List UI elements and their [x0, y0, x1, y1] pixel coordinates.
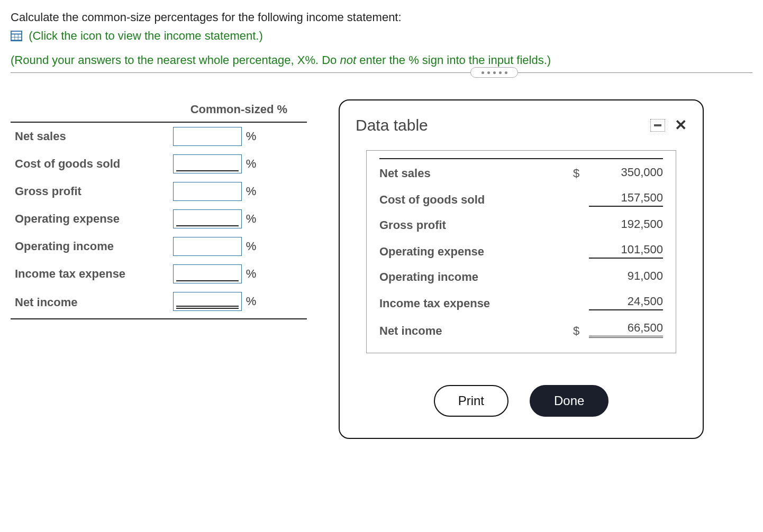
data-row-value: 192,500	[589, 217, 663, 232]
data-row-label: Operating income	[379, 270, 573, 284]
percent-sign: %	[246, 295, 257, 308]
answer-row-label: Gross profit	[11, 178, 171, 205]
answer-table-header: Common-sized %	[171, 99, 307, 122]
data-row-value: 157,500	[589, 191, 663, 207]
data-row: Gross profit192,500	[379, 212, 663, 237]
data-row-label: Cost of goods sold	[379, 193, 573, 207]
icon-hint-text[interactable]: (Click the icon to view the income state…	[29, 29, 263, 42]
data-row-value: 101,500	[589, 243, 663, 259]
data-row-label: Income tax expense	[379, 297, 573, 310]
data-row-label: Net income	[379, 324, 573, 338]
percent-input[interactable]	[173, 182, 242, 201]
section-divider	[11, 72, 752, 73]
data-row-value: 91,000	[589, 269, 663, 284]
data-row-value: 350,000	[589, 166, 663, 180]
currency-symbol: $	[573, 167, 589, 180]
close-icon[interactable]: ✕	[675, 118, 687, 133]
percent-sign: %	[246, 130, 257, 143]
data-row: Operating expense101,500	[379, 237, 663, 264]
answer-row-label: Operating expense	[11, 205, 171, 233]
data-row-label: Gross profit	[379, 218, 573, 232]
answer-row-label: Operating income	[11, 233, 171, 260]
answer-row-label: Net sales	[11, 122, 171, 150]
drag-handle-icon[interactable]	[470, 67, 518, 78]
data-row: Net income$66,500	[379, 316, 663, 343]
percent-sign: %	[246, 212, 257, 225]
percent-input[interactable]	[173, 127, 242, 146]
svg-rect-5	[12, 38, 14, 40]
data-table-modal: Data table ✕ Net sales$350,000Cost of go…	[339, 99, 704, 439]
answer-row-label: Cost of goods sold	[11, 150, 171, 178]
percent-sign: %	[246, 157, 257, 170]
currency-symbol: $	[573, 324, 589, 338]
data-row: Cost of goods sold157,500	[379, 186, 663, 212]
percent-sign: %	[246, 240, 257, 253]
svg-rect-7	[19, 38, 21, 40]
modal-title: Data table	[356, 116, 428, 134]
svg-rect-3	[15, 34, 17, 37]
data-row: Net sales$350,000	[379, 158, 663, 186]
answer-row-label: Income tax expense	[11, 260, 171, 288]
data-table-box: Net sales$350,000Cost of goods sold157,5…	[366, 150, 676, 353]
data-row-value: 66,500	[589, 321, 663, 338]
svg-rect-6	[15, 38, 17, 40]
answer-table: Common-sized % Net sales%Cost of goods s…	[11, 99, 307, 319]
question-prompt: Calculate the common-size percentages fo…	[11, 11, 752, 24]
data-row: Income tax expense24,500	[379, 289, 663, 316]
minimize-icon[interactable]	[650, 119, 665, 132]
svg-rect-1	[12, 32, 21, 34]
percent-input[interactable]	[173, 237, 242, 256]
rounding-hint: (Round your answers to the nearest whole…	[11, 53, 752, 67]
svg-rect-2	[12, 34, 14, 37]
percent-sign: %	[246, 267, 257, 280]
data-row-label: Net sales	[379, 167, 573, 180]
svg-rect-4	[19, 34, 21, 37]
percent-sign: %	[246, 185, 257, 198]
data-row: Operating income91,000	[379, 264, 663, 289]
data-row-label: Operating expense	[379, 245, 573, 259]
table-icon[interactable]	[11, 31, 22, 41]
done-button[interactable]: Done	[530, 385, 608, 417]
print-button[interactable]: Print	[434, 385, 508, 417]
answer-row-label: Net income	[11, 288, 171, 319]
data-row-value: 24,500	[589, 295, 663, 310]
